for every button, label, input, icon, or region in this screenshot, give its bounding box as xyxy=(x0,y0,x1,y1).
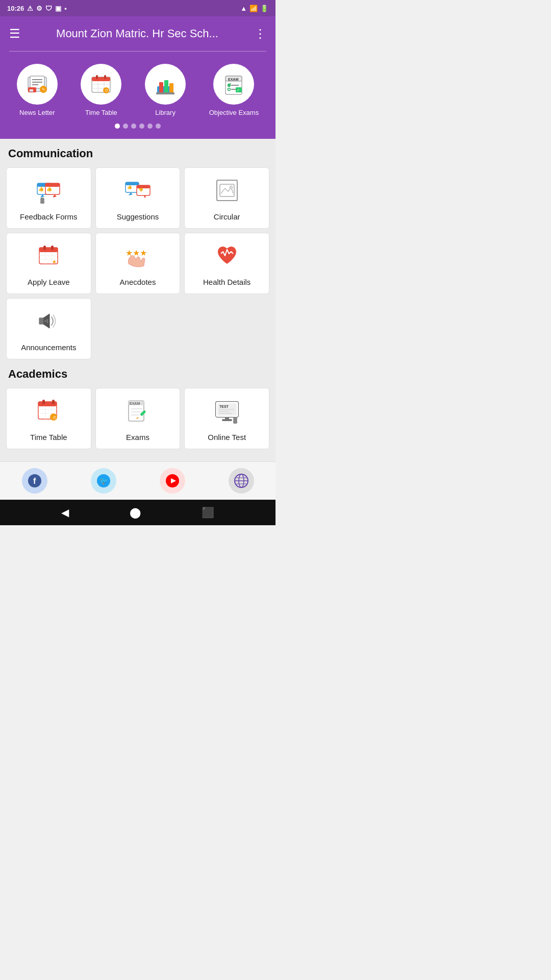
newsletter-icon: 📖 ✎ xyxy=(25,72,49,96)
svg-marker-45 xyxy=(129,192,133,195)
academic-online-test-label: Online Test xyxy=(208,433,246,442)
svg-rect-57 xyxy=(39,248,58,252)
svg-rect-75 xyxy=(52,400,55,404)
website-button[interactable] xyxy=(229,468,254,494)
academic-exams-icon: EXAM xyxy=(124,398,151,428)
health-details-icon xyxy=(214,242,240,273)
svg-point-70 xyxy=(47,320,48,321)
home-button[interactable]: ⬤ xyxy=(130,506,141,519)
status-bar: 10:26 ⚠ ⚙ 🛡 ▣ • ▲ 📶 🔋 xyxy=(0,0,276,16)
communication-row-3: Announcements xyxy=(6,298,269,359)
svg-point-69 xyxy=(45,321,46,322)
android-nav-bar: ◀ ⬤ ⬛ xyxy=(0,500,276,525)
svg-text:👎: 👎 xyxy=(138,187,143,192)
dot-icon: • xyxy=(64,5,67,12)
svg-rect-11 xyxy=(96,75,98,79)
academic-timetable-icon: ⏱ xyxy=(35,398,62,428)
suggestions-icon: 👍 👎 xyxy=(124,177,151,207)
svg-text:f: f xyxy=(33,477,36,485)
facebook-button[interactable]: f xyxy=(22,468,47,494)
svg-text:👍: 👍 xyxy=(46,186,53,192)
newsletter-label: News Letter xyxy=(19,109,55,116)
carousel-item-newsletter[interactable]: 📖 ✎ News Letter xyxy=(17,64,58,116)
dot-4[interactable] xyxy=(139,124,144,129)
svg-marker-35 xyxy=(40,194,44,198)
anecdotes-card[interactable]: ★ ★ ★ Anecdotes xyxy=(95,233,181,294)
communication-section: Communication 👍 👍 xyxy=(6,147,269,359)
apply-leave-card[interactable]: Apply Leave xyxy=(6,233,91,294)
academic-timetable-card[interactable]: ⏱ Time Table xyxy=(6,388,91,449)
dot-5[interactable] xyxy=(147,124,153,129)
back-button[interactable]: ◀ xyxy=(61,506,69,519)
carousel-item-timetable[interactable]: ⏱ Time Table xyxy=(81,64,121,116)
wifi-icon: ▲ xyxy=(240,5,247,12)
academics-title: Academics xyxy=(8,368,269,381)
newsletter-circle: 📖 ✎ xyxy=(17,64,58,105)
dot-3[interactable] xyxy=(131,124,136,129)
svg-rect-68 xyxy=(39,318,43,324)
apply-leave-icon xyxy=(35,242,62,273)
academics-section: Academics ⏱ xyxy=(6,368,269,449)
app-header: ☰ Mount Zion Matric. Hr Sec Sch... ⋮ xyxy=(0,16,276,51)
empty-cell-1 xyxy=(95,298,181,359)
shield-icon: 🛡 xyxy=(45,5,52,12)
suggestions-card[interactable]: 👍 👎 Suggestions xyxy=(95,167,181,229)
circular-label: Circular xyxy=(214,212,240,221)
anecdotes-label: Anecdotes xyxy=(120,278,156,286)
svg-rect-23 xyxy=(156,92,174,94)
health-details-label: Health Details xyxy=(203,278,251,286)
recents-button[interactable]: ⬛ xyxy=(202,506,214,519)
youtube-button[interactable] xyxy=(160,468,185,494)
svg-text:👍: 👍 xyxy=(127,184,132,189)
battery-icon: 🔋 xyxy=(260,5,268,12)
academic-online-test-icon: TEST xyxy=(214,398,240,428)
academic-online-test-card[interactable]: TEST Online Test xyxy=(184,388,269,449)
empty-cell-2 xyxy=(184,298,269,359)
sim-icon: ▣ xyxy=(55,5,61,12)
academics-row-1: ⏱ Time Table EXAM xyxy=(6,388,269,449)
more-options-button[interactable]: ⋮ xyxy=(254,27,266,41)
svg-text:🐦: 🐦 xyxy=(99,477,109,485)
timetable-circle: ⏱ xyxy=(81,64,121,105)
svg-rect-58 xyxy=(43,246,46,250)
settings-icon: ⚙ xyxy=(36,5,42,12)
feedback-forms-icon: 👍 👍 xyxy=(35,177,62,207)
communication-row-1: 👍 👍 Feedback Forms xyxy=(6,167,269,229)
objective-exams-icon: EXAM ✓ xyxy=(221,72,246,96)
suggestions-label: Suggestions xyxy=(117,212,159,221)
feedback-forms-label: Feedback Forms xyxy=(20,212,78,221)
circular-card[interactable]: Circular xyxy=(184,167,269,229)
library-circle xyxy=(145,64,186,105)
circular-icon xyxy=(214,177,240,207)
carousel-items: 📖 ✎ News Letter xyxy=(5,64,270,116)
svg-rect-12 xyxy=(104,75,106,79)
announcements-label: Announcements xyxy=(21,343,76,352)
svg-rect-22 xyxy=(169,83,173,93)
svg-text:👍: 👍 xyxy=(38,186,44,192)
academic-exams-label: Exams xyxy=(126,433,149,442)
svg-point-55 xyxy=(230,186,233,189)
exams-label: Objective Exams xyxy=(209,109,259,116)
svg-text:★: ★ xyxy=(140,249,147,257)
academic-exams-card[interactable]: EXAM Exams xyxy=(95,388,181,449)
svg-text:✓: ✓ xyxy=(237,88,240,92)
academic-timetable-label: Time Table xyxy=(30,433,67,442)
status-left: 10:26 ⚠ ⚙ 🛡 ▣ • xyxy=(7,5,67,12)
dot-6[interactable] xyxy=(156,124,161,129)
svg-rect-98 xyxy=(222,419,232,421)
anecdotes-icon: ★ ★ ★ xyxy=(124,242,151,273)
carousel-item-library[interactable]: Library xyxy=(145,64,186,116)
announcements-card[interactable]: Announcements xyxy=(6,298,91,359)
twitter-button[interactable]: 🐦 xyxy=(91,468,116,494)
apply-leave-label: Apply Leave xyxy=(28,278,70,286)
health-details-card[interactable]: Health Details xyxy=(184,233,269,294)
svg-rect-100 xyxy=(233,420,237,424)
hamburger-menu-button[interactable]: ☰ xyxy=(9,27,20,41)
feedback-forms-card[interactable]: 👍 👍 Feedback Forms xyxy=(6,167,91,229)
communication-title: Communication xyxy=(8,147,269,160)
svg-text:⏱: ⏱ xyxy=(105,89,108,92)
dot-2[interactable] xyxy=(123,124,128,129)
dot-1[interactable] xyxy=(115,124,120,129)
svg-point-71 xyxy=(47,322,48,323)
carousel-item-exams[interactable]: EXAM ✓ Objective Exams xyxy=(209,64,259,116)
